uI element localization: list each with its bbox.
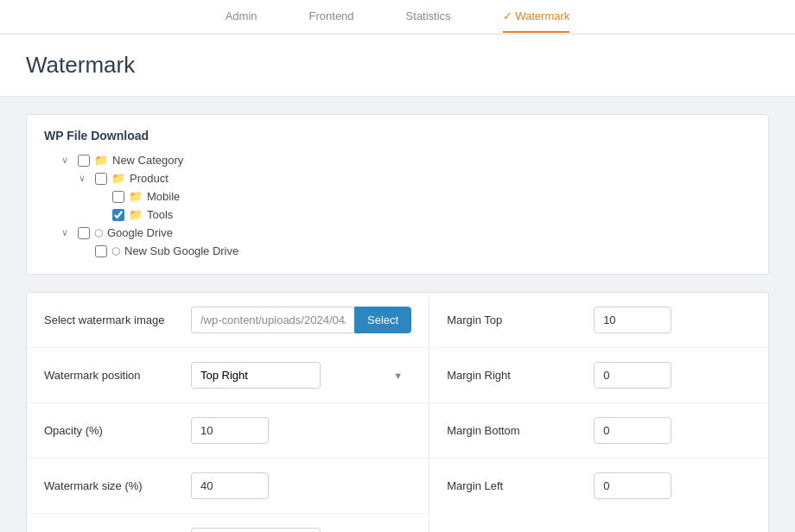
- nav-statistics[interactable]: Statistics: [406, 1, 451, 33]
- form-row-margin-right: Margin Right: [429, 348, 768, 403]
- label-margin-top: Margin Top: [447, 314, 585, 326]
- label-opacity: Opacity (%): [44, 424, 182, 437]
- form-row-watermark-position: Watermark position Top Right Top Left To…: [27, 348, 429, 403]
- page-title: Watermark: [26, 52, 769, 79]
- watermark-image-select-button[interactable]: Select: [354, 307, 411, 333]
- page-header: Watermark: [0, 35, 795, 97]
- tree-label-mobile: Mobile: [147, 190, 180, 203]
- form-col-left: Select watermark image Select Watermark …: [27, 293, 429, 532]
- nav-frontend[interactable]: Frontend: [309, 1, 354, 33]
- gdrive-icon: ⬡: [94, 227, 103, 239]
- gdrive-icon-sub: ⬡: [111, 245, 120, 257]
- margin-right-input[interactable]: [594, 362, 671, 389]
- margin-top-input[interactable]: [594, 307, 671, 333]
- form-row-watermark-unit: Watermark unit Percent (%) Pixel (px) ▼: [27, 514, 429, 532]
- tree-label-google-drive: Google Drive: [107, 226, 173, 239]
- form-row-opacity: Opacity (%): [27, 403, 429, 459]
- form-row-watermark-size: Watermark size (%): [27, 459, 429, 514]
- form-row-margin-left: Margin Left: [429, 459, 768, 513]
- tree-item-new-category: ∨ 📁 New Category: [61, 151, 751, 169]
- watermark-position-select[interactable]: Top Right Top Left Top Center Bottom Rig…: [191, 362, 321, 389]
- position-select-arrow: ▼: [393, 370, 403, 381]
- folder-icon-mobile: 📁: [129, 190, 143, 203]
- checkbox-new-category[interactable]: [78, 155, 90, 167]
- label-margin-right: Margin Right: [447, 369, 585, 382]
- toggle-new-category[interactable]: ∨: [61, 155, 73, 166]
- form-row-margin-bottom: Margin Bottom: [429, 403, 768, 459]
- label-watermark-image: Select watermark image: [44, 314, 182, 326]
- label-watermark-position: Watermark position: [44, 369, 182, 382]
- tree-item-mobile: 📁 Mobile: [96, 187, 751, 206]
- folder-icon-product: 📁: [111, 172, 125, 185]
- watermark-unit-select[interactable]: Percent (%) Pixel (px): [191, 528, 321, 532]
- margin-left-input[interactable]: [594, 472, 671, 499]
- tree-label-new-sub-google-drive: New Sub Google Drive: [124, 244, 238, 257]
- checkbox-tools[interactable]: [112, 209, 124, 221]
- label-watermark-size: Watermark size (%): [44, 479, 182, 492]
- tree-label-tools: Tools: [147, 208, 173, 221]
- watermark-size-input[interactable]: [191, 472, 269, 499]
- tree-item-tools: 📁 Tools: [96, 206, 751, 224]
- watermark-image-picker: Select: [191, 307, 411, 333]
- tree-item-new-sub-google-drive: ⬡ New Sub Google Drive: [79, 242, 751, 260]
- nav-watermark[interactable]: Watermark: [503, 1, 570, 33]
- toggle-google-drive[interactable]: ∨: [61, 227, 73, 238]
- main-content: WP File Download ∨ 📁 New Category ∨ 📁 Pr…: [0, 97, 795, 532]
- margin-bottom-input[interactable]: [594, 417, 671, 444]
- checkbox-new-sub-google-drive[interactable]: [95, 245, 107, 257]
- top-nav: Admin Frontend Statistics Watermark: [0, 0, 795, 35]
- file-tree-section: WP File Download ∨ 📁 New Category ∨ 📁 Pr…: [26, 114, 769, 275]
- checkbox-google-drive[interactable]: [78, 227, 90, 239]
- label-margin-left: Margin Left: [447, 479, 585, 492]
- folder-icon-tools: 📁: [129, 208, 143, 221]
- form-sections: Select watermark image Select Watermark …: [26, 292, 769, 532]
- tree-label-product: Product: [130, 172, 169, 185]
- watermark-position-wrapper: Top Right Top Left Top Center Bottom Rig…: [191, 362, 411, 389]
- folder-icon: 📁: [94, 154, 108, 167]
- watermark-unit-wrapper: Percent (%) Pixel (px) ▼: [191, 528, 411, 532]
- form-col-right: Margin Top Margin Right Margin Bottom Ma…: [429, 293, 768, 532]
- label-margin-bottom: Margin Bottom: [447, 424, 585, 437]
- tree-item-google-drive: ∨ ⬡ Google Drive: [61, 224, 751, 242]
- tree-label-new-category: New Category: [112, 154, 183, 167]
- nav-admin[interactable]: Admin: [226, 1, 258, 33]
- opacity-input[interactable]: [191, 417, 269, 444]
- toggle-product[interactable]: ∨: [79, 173, 91, 184]
- form-row-watermark-image: Select watermark image Select: [27, 293, 429, 348]
- form-row-margin-top: Margin Top: [429, 293, 768, 348]
- checkbox-mobile[interactable]: [112, 191, 124, 203]
- tree-root-label: WP File Download: [44, 129, 751, 142]
- tree-item-product: ∨ 📁 Product: [79, 169, 751, 187]
- checkbox-product[interactable]: [95, 173, 107, 185]
- watermark-image-input[interactable]: [191, 307, 354, 333]
